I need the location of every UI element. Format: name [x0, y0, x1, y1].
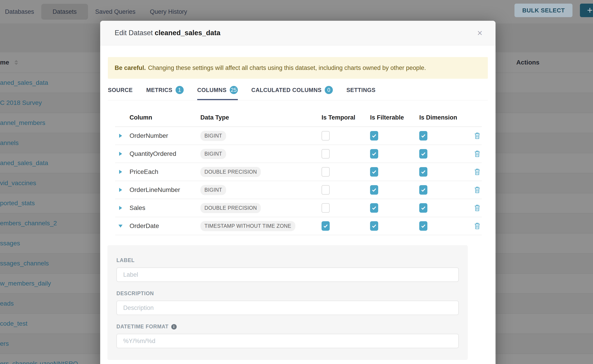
tab-label: SETTINGS [346, 87, 376, 93]
dataset-link[interactable]: eads [0, 300, 14, 307]
column-name: Sales [126, 204, 200, 212]
nav-tab-databases[interactable]: Databases [5, 4, 41, 20]
data-type-pill: DOUBLE PRECISION [200, 203, 261, 213]
column-row: QuantityOrderedBIGINT [115, 145, 482, 163]
is-temporal-header: Is Temporal [322, 114, 370, 121]
column-name: PriceEach [126, 168, 200, 176]
delete-column-trash-icon[interactable] [471, 132, 482, 139]
tab-label: CALCULATED COLUMNS [251, 87, 322, 93]
expand-caret-icon[interactable] [119, 170, 122, 174]
tab-settings[interactable]: SETTINGS [346, 86, 376, 100]
dataset-link[interactable]: annels [0, 139, 19, 147]
columns-table-header: Column Data Type Is Temporal Is Filterab… [115, 109, 482, 127]
close-icon[interactable]: × [475, 27, 485, 38]
column-row: SalesDOUBLE PRECISION [115, 199, 482, 217]
label-input[interactable] [116, 267, 459, 282]
expand-caret-icon[interactable] [119, 206, 122, 210]
info-icon[interactable]: i [171, 324, 177, 330]
column-name: OrderDate [126, 222, 200, 230]
dataset-link[interactable]: aned_sales_data [0, 159, 48, 167]
warning-banner: Be careful.Changing these settings will … [108, 57, 488, 79]
is-temporal-checkbox-unchecked[interactable] [322, 131, 330, 141]
dataset-link[interactable]: vid_vaccines [0, 180, 36, 187]
data-type-pill: BIGINT [200, 131, 226, 141]
tab-calculated-columns[interactable]: CALCULATED COLUMNS0 [251, 86, 333, 100]
dataset-link[interactable]: ssages [0, 240, 20, 247]
is-temporal-checkbox-unchecked[interactable] [322, 203, 330, 213]
is-filterable-checkbox-checked[interactable] [370, 203, 378, 213]
nav-tab-saved-queries[interactable]: Saved Queries [88, 4, 143, 20]
is-dimension-checkbox-checked[interactable] [419, 167, 427, 177]
tab-metrics[interactable]: METRICS1 [146, 86, 184, 100]
is-filterable-header: Is Filterable [370, 114, 419, 121]
dataset-link[interactable]: ssages_channels [0, 260, 49, 267]
is-dimension-checkbox-checked[interactable] [419, 149, 427, 159]
expand-caret-icon[interactable] [119, 134, 122, 138]
dataset-link[interactable]: annel_members [0, 119, 45, 127]
dataset-link[interactable]: ers_channels-uzooNNtSRO [0, 360, 78, 364]
dataset-link[interactable]: w_members_daily [0, 280, 51, 287]
is-filterable-checkbox-checked[interactable] [370, 185, 378, 195]
dataset-link[interactable]: ers [0, 340, 9, 347]
tab-source[interactable]: SOURCE [108, 86, 133, 100]
dataset-link[interactable]: aned_sales_data [0, 79, 48, 86]
column-name: QuantityOrdered [126, 150, 200, 157]
is-dimension-checkbox-checked[interactable] [419, 221, 427, 231]
delete-column-trash-icon[interactable] [471, 186, 482, 194]
expand-caret-icon[interactable] [119, 188, 122, 192]
is-temporal-checkbox-unchecked[interactable] [322, 185, 330, 195]
datetime-format-input[interactable] [116, 334, 459, 348]
tab-count-badge: 1 [176, 86, 184, 94]
bulk-select-button[interactable]: BULK SELECT [514, 4, 573, 17]
description-input[interactable] [116, 301, 459, 315]
is-dimension-checkbox-checked[interactable] [419, 131, 427, 141]
nav-tab-group: DatabasesDatasetsSaved QueriesQuery Hist… [5, 4, 194, 20]
column-header: Column [126, 114, 200, 121]
column-divider [497, 52, 498, 364]
data-type-pill: DOUBLE PRECISION [200, 167, 261, 177]
is-dimension-checkbox-checked[interactable] [419, 203, 427, 213]
description-field-label: DESCRIPTION [116, 291, 459, 297]
is-temporal-checkbox-unchecked[interactable] [322, 167, 330, 177]
is-temporal-checkbox-unchecked[interactable] [322, 149, 330, 159]
is-filterable-checkbox-checked[interactable] [370, 131, 378, 141]
is-temporal-checkbox-checked[interactable] [322, 221, 330, 231]
add-dataset-button[interactable]: + [580, 4, 593, 17]
column-name: OrderLineNumber [126, 186, 200, 194]
delete-column-trash-icon[interactable] [471, 222, 482, 230]
data-type-header: Data Type [200, 114, 322, 121]
modal-tab-bar: SOURCEMETRICS1COLUMNS25CALCULATED COLUMN… [108, 86, 488, 100]
expand-caret-icon[interactable] [119, 152, 122, 156]
tab-columns[interactable]: COLUMNS25 [197, 86, 238, 100]
is-dimension-checkbox-checked[interactable] [419, 185, 427, 195]
modal-header: Edit Dataset cleaned_sales_data × [100, 21, 495, 45]
actions-column-header: Actions [516, 52, 540, 73]
label-field-label: LABEL [116, 257, 459, 263]
dataset-link[interactable]: code_test [0, 320, 27, 327]
datetime-format-field-label: DATETIME FORMAT i [116, 324, 459, 330]
dataset-link[interactable]: ported_stats [0, 200, 35, 207]
delete-column-trash-icon[interactable] [471, 168, 482, 176]
dataset-link[interactable]: embers_channels_2 [0, 220, 57, 227]
sort-icon[interactable] [14, 60, 18, 65]
nav-tab-datasets[interactable]: Datasets [41, 4, 88, 20]
delete-column-trash-icon[interactable] [471, 150, 482, 157]
is-filterable-checkbox-checked[interactable] [370, 149, 378, 159]
tab-count-badge: 25 [230, 86, 238, 94]
modal-body: Be careful.Changing these settings will … [100, 57, 495, 360]
edit-dataset-modal: Edit Dataset cleaned_sales_data × Be car… [100, 21, 495, 364]
collapse-caret-icon[interactable] [119, 225, 123, 228]
name-column-header[interactable]: me [0, 52, 18, 73]
delete-column-trash-icon[interactable] [471, 204, 482, 212]
is-dimension-header: Is Dimension [419, 114, 471, 121]
screen: DatabasesDatasetsSaved QueriesQuery Hist… [0, 0, 593, 364]
columns-table: Column Data Type Is Temporal Is Filterab… [115, 109, 482, 235]
data-type-pill: TIMESTAMP WITHOUT TIME ZONE [200, 221, 295, 231]
is-filterable-checkbox-checked[interactable] [370, 221, 378, 231]
modal-title: Edit Dataset cleaned_sales_data [115, 29, 220, 37]
data-type-pill: BIGINT [200, 149, 226, 159]
column-row: OrderDateTIMESTAMP WITHOUT TIME ZONE [115, 217, 482, 235]
nav-tab-query-history[interactable]: Query History [143, 4, 194, 20]
dataset-link[interactable]: C 2018 Survey [0, 99, 42, 106]
is-filterable-checkbox-checked[interactable] [370, 167, 378, 177]
